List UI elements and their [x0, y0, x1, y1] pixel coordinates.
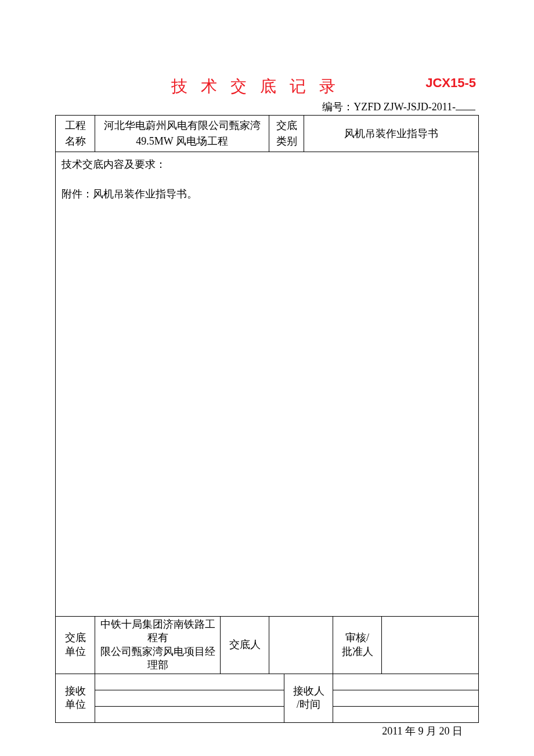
deliver-unit-value: 中铁十局集团济南铁路工程有 限公司甄家湾风电项目经理部 — [95, 617, 221, 674]
receive-person-label-line2: /时间 — [287, 698, 330, 711]
date-line: 2011 年 9 月 20 日 — [55, 724, 479, 738]
main-table: 工程 名称 河北华电蔚州风电有限公司甄家湾 49.5MW 风电场工程 交底 类别… — [55, 115, 479, 617]
requirements-label: 技术交底内容及要求： — [62, 157, 472, 172]
deliver-unit-label-line2: 单位 — [58, 645, 92, 658]
approve-label-line2: 批准人 — [335, 645, 379, 658]
category-label-line2: 类别 — [273, 134, 300, 149]
receive-unit-label-line2: 单位 — [58, 698, 92, 711]
receive-unit-value-2 — [95, 690, 284, 707]
receive-person-label: 接收人 /时间 — [284, 674, 333, 723]
serial-label: 编号： — [322, 101, 353, 113]
deliver-person-value — [269, 617, 333, 674]
receive-unit-value-3 — [95, 707, 284, 723]
approve-value — [382, 617, 479, 674]
serial-blank — [456, 100, 475, 110]
deliver-unit-value-line1: 中铁十局集团济南铁路工程有 — [98, 618, 218, 645]
form-code: JCX15-5 — [425, 75, 476, 91]
header-row: 技 术 交 底 记 录 JCX15-5 — [55, 75, 479, 98]
deliver-row: 交底 单位 中铁十局集团济南铁路工程有 限公司甄家湾风电项目经理部 交底人 审核… — [56, 617, 479, 674]
project-name-label: 工程 名称 — [56, 116, 95, 152]
serial-number-row: 编号：YZFD ZJW-JSJD-2011- — [55, 100, 477, 114]
receive-person-value-2 — [333, 690, 479, 707]
project-name-line2: 49.5MW 风电场工程 — [99, 134, 265, 149]
project-name-line1: 河北华电蔚州风电有限公司甄家湾 — [99, 118, 265, 134]
deliver-person-label: 交底人 — [221, 617, 269, 674]
receive-person-value-3 — [333, 707, 479, 723]
receive-person-value-1 — [333, 674, 479, 690]
receiver-table: 接收 单位 接收人 /时间 — [55, 674, 479, 723]
deliver-unit-value-line2: 限公司甄家湾风电项目经理部 — [98, 645, 218, 672]
project-name-label-line2: 名称 — [59, 134, 91, 149]
deliver-unit-label: 交底 单位 — [56, 617, 95, 674]
approve-label: 审核/ 批准人 — [333, 617, 382, 674]
approve-label-line1: 审核/ — [335, 631, 379, 645]
attachment-line: 附件：风机吊装作业指导书。 — [62, 186, 472, 202]
category-value: 风机吊装作业指导书 — [304, 116, 479, 152]
receive-unit-label: 接收 单位 — [56, 674, 95, 723]
content-body-cell: 技术交底内容及要求： 附件：风机吊装作业指导书。 — [56, 152, 479, 617]
header-info-row: 工程 名称 河北华电蔚州风电有限公司甄家湾 49.5MW 风电场工程 交底 类别… — [56, 116, 479, 152]
category-label-line1: 交底 — [273, 118, 300, 134]
project-name-value: 河北华电蔚州风电有限公司甄家湾 49.5MW 风电场工程 — [95, 116, 269, 152]
receive-unit-value-1 — [95, 674, 284, 690]
category-label: 交底 类别 — [269, 116, 304, 152]
receive-person-label-line1: 接收人 — [287, 685, 330, 698]
deliver-unit-label-line1: 交底 — [58, 631, 92, 645]
project-name-label-line1: 工程 — [59, 118, 91, 134]
footer-table: 交底 单位 中铁十局集团济南铁路工程有 限公司甄家湾风电项目经理部 交底人 审核… — [55, 617, 479, 674]
serial-value: YZFD ZJW-JSJD-2011- — [353, 101, 456, 113]
document-title: 技 术 交 底 记 录 — [171, 75, 340, 98]
receive-unit-label-line1: 接收 — [58, 685, 92, 698]
